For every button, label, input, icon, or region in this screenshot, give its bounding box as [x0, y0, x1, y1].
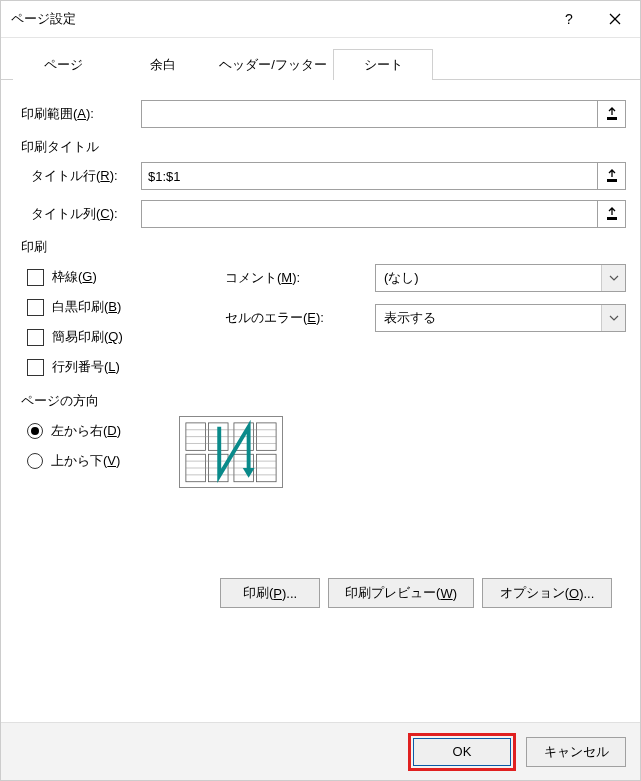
rowcol-checkbox-row[interactable]: 行列番号(L) — [15, 352, 225, 382]
close-button[interactable] — [592, 3, 638, 35]
options-button[interactable]: オプション(O)... — [482, 578, 612, 608]
tab-header-footer[interactable]: ヘッダー/フッター — [213, 49, 333, 80]
gridlines-checkbox[interactable] — [27, 269, 44, 286]
tab-sheet[interactable]: シート — [333, 49, 433, 80]
print-button[interactable]: 印刷(P)... — [220, 578, 320, 608]
gridlines-checkbox-row[interactable]: 枠線(G) — [15, 262, 225, 292]
rowcol-checkbox[interactable] — [27, 359, 44, 376]
help-button[interactable]: ? — [546, 3, 592, 35]
title-cols-input[interactable] — [141, 200, 598, 228]
page-order-icon — [180, 417, 282, 488]
rowcol-label: 行列番号(L) — [52, 358, 120, 376]
tab-content: 印刷範囲(A): 印刷タイトル タイトル行(R): タイトル列(C): — [1, 80, 640, 722]
collapse-range-icon — [606, 169, 618, 183]
title-rows-input[interactable] — [141, 162, 598, 190]
gridlines-label: 枠線(G) — [52, 268, 97, 286]
bw-checkbox-row[interactable]: 白黒印刷(B) — [15, 292, 225, 322]
direction-tb-radio-row[interactable]: 上から下(V) — [15, 446, 155, 476]
collapse-range-icon — [606, 107, 618, 121]
tab-bar: ページ 余白 ヘッダー/フッター シート — [1, 38, 640, 80]
svg-rect-3 — [607, 179, 617, 182]
errors-label: セルのエラー(E): — [225, 309, 375, 327]
print-titles-group-label: 印刷タイトル — [15, 138, 626, 156]
dialog-footer: OK キャンセル — [1, 722, 640, 780]
bw-checkbox[interactable] — [27, 299, 44, 316]
draft-checkbox-row[interactable]: 簡易印刷(Q) — [15, 322, 225, 352]
errors-select[interactable]: 表示する — [375, 304, 626, 332]
chevron-down-icon — [601, 305, 625, 331]
direction-tb-label: 上から下(V) — [51, 452, 120, 470]
svg-rect-4 — [607, 217, 617, 220]
title-cols-label: タイトル列(C): — [15, 205, 141, 223]
print-preview-button[interactable]: 印刷プレビュー(W) — [328, 578, 474, 608]
print-area-range-selector[interactable] — [598, 100, 626, 128]
direction-group-label: ページの方向 — [15, 392, 626, 410]
direction-lr-radio-row[interactable]: 左から右(D) — [15, 416, 155, 446]
ok-button[interactable]: OK — [413, 738, 511, 766]
close-icon — [609, 13, 621, 25]
collapse-range-icon — [606, 207, 618, 221]
page-setup-dialog: ページ設定 ? ページ 余白 ヘッダー/フッター シート 印刷範囲(A): 印刷… — [0, 0, 641, 781]
titlebar: ページ設定 ? — [1, 1, 640, 37]
bw-label: 白黒印刷(B) — [52, 298, 121, 316]
direction-preview — [179, 416, 283, 488]
ok-button-highlight: OK — [408, 733, 516, 771]
direction-lr-radio[interactable] — [27, 423, 43, 439]
direction-lr-label: 左から右(D) — [51, 422, 121, 440]
comments-select[interactable]: (なし) — [375, 264, 626, 292]
print-group-label: 印刷 — [15, 238, 626, 256]
draft-label: 簡易印刷(Q) — [52, 328, 123, 346]
comments-label: コメント(M): — [225, 269, 375, 287]
svg-rect-2 — [607, 117, 617, 120]
tab-margins[interactable]: 余白 — [113, 49, 213, 80]
chevron-down-icon — [601, 265, 625, 291]
title-cols-range-selector[interactable] — [598, 200, 626, 228]
title-rows-label: タイトル行(R): — [15, 167, 141, 185]
window-title: ページ設定 — [11, 10, 546, 28]
cancel-button[interactable]: キャンセル — [526, 737, 626, 767]
print-area-label: 印刷範囲(A): — [15, 105, 141, 123]
tab-page[interactable]: ページ — [13, 49, 113, 80]
draft-checkbox[interactable] — [27, 329, 44, 346]
title-rows-range-selector[interactable] — [598, 162, 626, 190]
direction-tb-radio[interactable] — [27, 453, 43, 469]
print-area-input[interactable] — [141, 100, 598, 128]
